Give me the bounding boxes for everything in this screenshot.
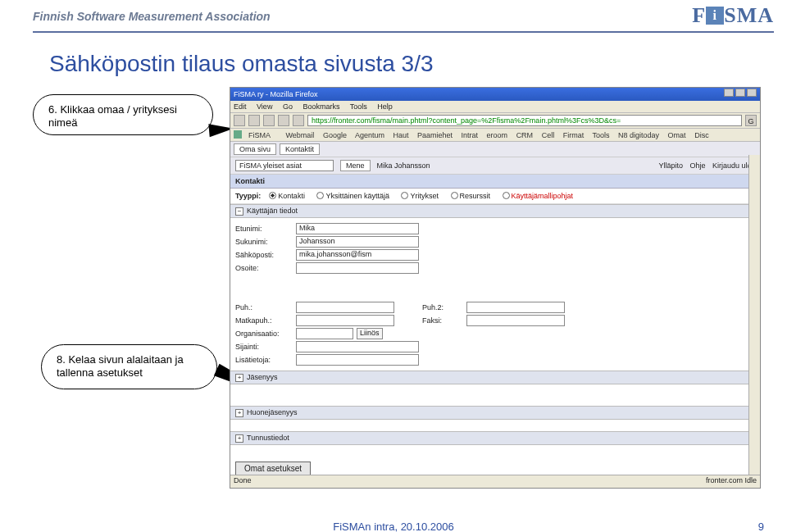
matkapuh-label: Matkapuh.: bbox=[235, 316, 293, 325]
bm-eroom[interactable]: eroom bbox=[487, 131, 508, 139]
expand-icon[interactable]: + bbox=[235, 409, 243, 417]
user-info-form: Etunimi:Mika Sukunimi:Johansson Sähköpos… bbox=[230, 218, 760, 371]
header-divider bbox=[33, 31, 774, 33]
bm-paamiehet[interactable]: Paamiehet bbox=[417, 131, 453, 139]
org-select[interactable]: Liinös bbox=[357, 328, 383, 339]
menu-edit[interactable]: Edit bbox=[234, 102, 247, 111]
bm-haut[interactable]: Haut bbox=[393, 131, 408, 139]
bm-omat[interactable]: Omat bbox=[668, 131, 686, 139]
go-button-mene[interactable]: Mene bbox=[340, 160, 371, 171]
callout-step-6: 6. Klikkaa omaa / yrityksesi nimeä bbox=[33, 94, 213, 135]
bm-n8[interactable]: N8 digitoday bbox=[618, 131, 659, 139]
link-ohje[interactable]: Ohje bbox=[689, 161, 705, 170]
sijainti-label: Sijainti: bbox=[235, 343, 293, 351]
section-huonejasenyys[interactable]: +Huonejäsenyys bbox=[230, 406, 760, 420]
puh-label: Puh.: bbox=[235, 303, 293, 311]
bm-cell[interactable]: Cell bbox=[542, 131, 555, 139]
sukunimi-label: Sukunimi: bbox=[235, 238, 293, 246]
go-button[interactable]: G bbox=[745, 115, 757, 126]
puh2-field[interactable] bbox=[466, 302, 565, 313]
menu-go[interactable]: Go bbox=[283, 102, 293, 111]
tab-kontaktit[interactable]: Kontaktit bbox=[280, 143, 320, 155]
menu-bookmarks[interactable]: Bookmarks bbox=[303, 102, 339, 111]
home-icon[interactable] bbox=[293, 115, 304, 126]
sukunimi-field[interactable]: Johansson bbox=[296, 236, 419, 248]
minimize-icon[interactable] bbox=[724, 89, 734, 97]
menu-help[interactable]: Help bbox=[377, 102, 393, 111]
tab-oma-sivu[interactable]: Oma sivu bbox=[234, 143, 276, 155]
menu-tools[interactable]: Tools bbox=[350, 102, 367, 111]
page-number: 9 bbox=[758, 521, 764, 532]
fisma-logo: FiSMA bbox=[692, 3, 774, 28]
expand-icon[interactable]: + bbox=[235, 434, 243, 443]
status-right: fronter.com Idle bbox=[706, 476, 757, 487]
radio-yksittainen[interactable]: Yksittäinen käyttäjä bbox=[316, 192, 389, 200]
sahkoposti-label: Sähköposti: bbox=[235, 251, 293, 259]
association-name: Finnish Software Measurement Association bbox=[33, 10, 271, 23]
etunimi-field[interactable]: Mika bbox=[296, 223, 419, 234]
radio-mallipohjat[interactable]: Käyttäjämallipohjat bbox=[503, 192, 574, 200]
maximize-icon[interactable] bbox=[735, 89, 745, 97]
menu-view[interactable]: View bbox=[257, 102, 272, 111]
bookmarks-bar: FiSMA Webmail Google Agentum Haut Paamie… bbox=[230, 129, 760, 142]
lisatietoja-field[interactable] bbox=[296, 354, 419, 366]
etunimi-label: Etunimi: bbox=[235, 225, 293, 233]
collapse-icon[interactable]: − bbox=[235, 207, 243, 216]
browser-toolbar: https://fronter.com/fisma/main.phtml?con… bbox=[230, 113, 760, 129]
close-icon[interactable] bbox=[747, 89, 757, 97]
faksi-field[interactable] bbox=[466, 315, 565, 326]
radio-icon bbox=[451, 192, 458, 199]
radio-kontakti[interactable]: Kontakti bbox=[269, 192, 305, 200]
back-icon[interactable] bbox=[234, 115, 245, 126]
bm-tools[interactable]: Tools bbox=[593, 131, 610, 139]
bm-fisma[interactable]: FiSMA bbox=[234, 131, 277, 139]
bm-intrat[interactable]: Intrat bbox=[462, 131, 479, 139]
save-button[interactable]: Omat asetukset bbox=[235, 462, 311, 475]
window-title-text: FiSMA ry - Mozilla Firefox bbox=[234, 88, 318, 101]
puh-field[interactable] bbox=[296, 302, 394, 313]
section-jasenyys[interactable]: +Jäsenyys bbox=[230, 371, 760, 384]
bm-firmat[interactable]: Firmat bbox=[563, 131, 585, 139]
radio-icon bbox=[401, 192, 408, 199]
org-field[interactable] bbox=[296, 328, 353, 339]
bm-crm[interactable]: CRM bbox=[516, 131, 534, 139]
window-titlebar: FiSMA ry - Mozilla Firefox bbox=[230, 88, 760, 101]
tyyppi-label: Tyyppi: bbox=[235, 192, 261, 200]
radio-icon bbox=[316, 192, 324, 199]
faksi-label: Faksi: bbox=[422, 316, 463, 325]
radio-resurssit[interactable]: Resurssit bbox=[451, 192, 491, 200]
expand-icon[interactable]: + bbox=[235, 374, 243, 382]
browser-window: FiSMA ry - Mozilla Firefox Edit View Go … bbox=[230, 87, 761, 489]
reload-icon[interactable] bbox=[263, 115, 275, 126]
bm-disc[interactable]: Disc bbox=[694, 131, 709, 139]
app-tab-row: Oma sivu Kontaktit bbox=[230, 142, 760, 157]
logo-i-icon: i bbox=[706, 7, 724, 25]
bm-webmail[interactable]: Webmail bbox=[286, 131, 315, 139]
vertical-scrollbar[interactable] bbox=[748, 155, 760, 475]
sahkoposti-field[interactable]: mika.johansson@fism bbox=[296, 249, 419, 261]
bm-google[interactable]: Google bbox=[323, 131, 347, 139]
matkapuh-field[interactable] bbox=[296, 315, 394, 326]
app-right-links: Ylläpito Ohje Kirjaudu ulos bbox=[653, 161, 755, 170]
app-toolbar: FiSMA yleiset asiat Mene Mika Johansson … bbox=[230, 157, 760, 175]
puh2-label: Puh.2: bbox=[422, 303, 463, 311]
current-user: Mika Johansson bbox=[377, 161, 430, 170]
kontakti-header: Kontakti bbox=[230, 175, 760, 189]
footer-text: FiSMAn intra, 20.10.2006 bbox=[333, 521, 453, 532]
radio-yritykset[interactable]: Yritykset bbox=[401, 192, 439, 200]
browser-menubar[interactable]: Edit View Go Bookmarks Tools Help bbox=[230, 101, 760, 113]
room-select[interactable]: FiSMA yleiset asiat bbox=[235, 160, 334, 171]
section-kayttajan-tiedot[interactable]: −Käyttäjän tiedot bbox=[230, 204, 760, 218]
browser-statusbar: Done fronter.com Idle bbox=[230, 475, 760, 488]
section-tunnustiedot[interactable]: +Tunnustiedot bbox=[230, 431, 760, 445]
radio-icon bbox=[503, 192, 510, 199]
stop-icon[interactable] bbox=[278, 115, 289, 126]
osoite-field[interactable] bbox=[296, 262, 419, 274]
link-yllapito[interactable]: Ylläpito bbox=[658, 161, 683, 170]
sijainti-field[interactable] bbox=[296, 341, 419, 352]
bm-agentum[interactable]: Agentum bbox=[355, 131, 384, 139]
callout-step-8: 8. Kelaa sivun alalaitaan ja tallenna as… bbox=[41, 344, 217, 389]
url-input[interactable]: https://fronter.com/fisma/main.phtml?con… bbox=[307, 115, 742, 126]
window-controls[interactable] bbox=[722, 88, 757, 101]
forward-icon[interactable] bbox=[248, 115, 260, 126]
